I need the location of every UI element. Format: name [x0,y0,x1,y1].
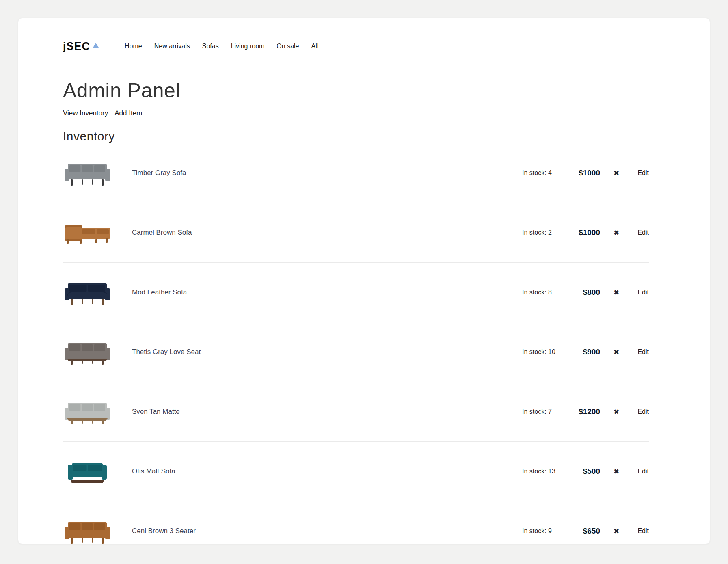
product-thumbnail [63,279,132,305]
inventory-row: Carmel Brown Sofa In stock: 2 $1000 ✖ Ed… [63,203,649,263]
edit-link[interactable]: Edit [637,229,649,236]
delete-item-button[interactable]: ✖ [611,287,622,297]
stock-count: In stock: 2 [522,229,571,236]
stock-count: In stock: 10 [522,348,571,356]
site-logo[interactable]: jSEC [63,39,99,53]
logo-text: jSEC [63,39,90,53]
stock-count: In stock: 4 [522,169,571,177]
edit-link[interactable]: Edit [637,348,649,355]
delete-item-button[interactable]: ✖ [611,467,622,476]
stock-count: In stock: 8 [522,289,571,296]
edit-link[interactable]: Edit [637,169,649,176]
admin-link-view-inventory[interactable]: View Inventory [63,108,108,118]
x-icon: ✖ [614,527,619,535]
x-icon: ✖ [614,467,619,475]
stock-count: In stock: 9 [522,527,571,535]
inventory-row: Thetis Gray Love Seat In stock: 10 $900 … [63,322,649,382]
product-name: Carmel Brown Sofa [132,229,522,237]
nav-item-all[interactable]: All [311,39,319,53]
delete-item-button[interactable]: ✖ [611,168,622,178]
edit-link[interactable]: Edit [637,289,649,296]
main-nav: HomeNew arrivalsSofasLiving roomOn saleA… [125,39,318,53]
nav-item-on-sale[interactable]: On sale [277,39,299,53]
admin-link-add-item[interactable]: Add Item [114,108,142,118]
product-name: Ceni Brown 3 Seater [132,527,522,535]
product-name: Mod Leather Sofa [132,288,522,296]
product-thumbnail [63,399,132,425]
delete-item-button[interactable]: ✖ [611,347,622,357]
site-header: jSEC HomeNew arrivalsSofasLiving roomOn … [63,39,649,53]
product-thumbnail [63,160,132,186]
product-thumbnail [63,339,132,365]
inventory-list: Timber Gray Sofa In stock: 4 $1000 ✖ Edi… [63,143,649,544]
product-name: Sven Tan Matte [132,408,522,416]
product-name: Thetis Gray Love Seat [132,348,522,356]
product-thumbnail [63,458,132,484]
edit-link[interactable]: Edit [637,468,649,475]
x-icon: ✖ [614,169,619,177]
product-price: $800 [571,288,600,297]
admin-links: View InventoryAdd Item [63,108,649,118]
product-price: $650 [571,527,600,536]
stock-count: In stock: 7 [522,408,571,415]
inventory-row: Sven Tan Matte In stock: 7 $1200 ✖ Edit [63,382,649,442]
x-icon: ✖ [614,229,619,237]
product-name: Otis Malt Sofa [132,467,522,475]
x-icon: ✖ [614,408,619,416]
inventory-row: Otis Malt Sofa In stock: 13 $500 ✖ Edit [63,442,649,501]
delete-item-button[interactable]: ✖ [611,526,622,536]
product-price: $900 [571,348,600,357]
inventory-heading: Inventory [63,130,649,143]
nav-item-sofas[interactable]: Sofas [202,39,219,53]
main-card: jSEC HomeNew arrivalsSofasLiving roomOn … [18,18,710,544]
stock-count: In stock: 13 [522,468,571,475]
product-price: $500 [571,467,600,476]
logo-triangle-icon [93,43,99,48]
inventory-row: Timber Gray Sofa In stock: 4 $1000 ✖ Edi… [63,143,649,203]
x-icon: ✖ [614,288,619,296]
inventory-row: Ceni Brown 3 Seater In stock: 9 $650 ✖ E… [63,501,649,544]
delete-item-button[interactable]: ✖ [611,228,622,238]
product-price: $1200 [571,407,600,416]
nav-item-home[interactable]: Home [125,39,142,53]
edit-link[interactable]: Edit [637,408,649,415]
nav-item-living-room[interactable]: Living room [231,39,265,53]
edit-link[interactable]: Edit [637,527,649,534]
delete-item-button[interactable]: ✖ [611,407,622,417]
page-title: Admin Panel [63,79,649,102]
product-thumbnail [63,220,132,246]
x-icon: ✖ [614,348,619,356]
product-name: Timber Gray Sofa [132,169,522,177]
inventory-row: Mod Leather Sofa In stock: 8 $800 ✖ Edit [63,263,649,322]
product-price: $1000 [571,228,600,237]
product-thumbnail [63,518,132,544]
product-price: $1000 [571,169,600,177]
nav-item-new-arrivals[interactable]: New arrivals [154,39,190,53]
